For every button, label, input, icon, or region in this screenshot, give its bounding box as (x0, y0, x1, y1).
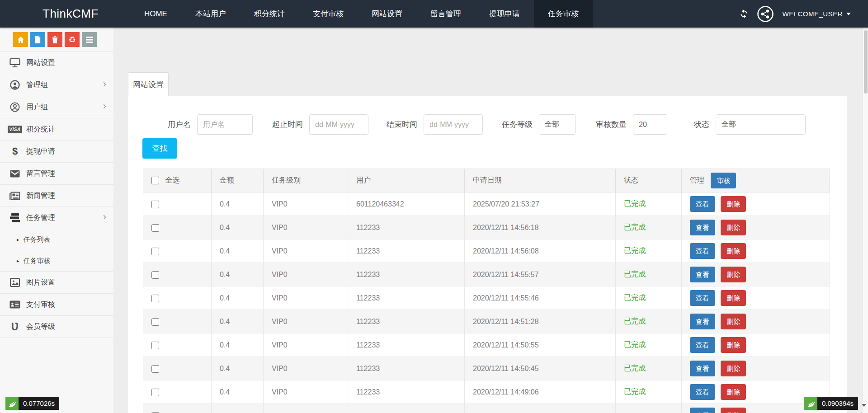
row-checkbox[interactable] (151, 271, 159, 279)
nav-item-task-audit[interactable]: 任务审核 (534, 0, 593, 28)
cell-amount: 0.4 (212, 216, 264, 239)
filter-audit-count: 审核数量 (596, 114, 667, 135)
view-button[interactable]: 查看 (690, 384, 715, 400)
sidebar-item-message-manage[interactable]: 留言管理 (0, 163, 113, 185)
view-button[interactable]: 查看 (690, 290, 715, 306)
user-circle-icon (8, 80, 22, 90)
delete-button[interactable]: 删除 (721, 361, 746, 376)
nav-item-payment-audit[interactable]: 支付审核 (299, 0, 358, 28)
filter-end-time: 结束时间 (387, 114, 483, 135)
delete-button[interactable]: 删除 (721, 290, 746, 306)
recycle-quick-button[interactable]: ♻ (65, 32, 80, 47)
nav-item-label: 提现申请 (489, 9, 520, 18)
refresh-icon[interactable] (739, 9, 749, 19)
nav-item-label: 本站用户 (195, 9, 226, 18)
sidebar-item-news-manage[interactable]: 新闻管理 (0, 185, 113, 207)
view-button[interactable]: 查看 (690, 361, 715, 376)
sidebar-item-label: 留言管理 (26, 169, 55, 178)
select-all-checkbox[interactable] (151, 177, 159, 184)
trash-quick-button[interactable] (47, 32, 62, 47)
username-input[interactable] (197, 114, 253, 135)
cell-level: VIP0 (264, 357, 348, 380)
sidebar-item-task-manage[interactable]: 任务管理 › (0, 207, 113, 229)
sidebar-item-withdraw-request[interactable]: $ 提现申请 (0, 141, 113, 163)
audit-count-input[interactable] (633, 114, 667, 135)
cell-manage: 查看 删除 (682, 263, 830, 286)
nav-item-site-settings[interactable]: 网站设置 (358, 0, 416, 28)
nav-item-points-stats[interactable]: 积分统计 (240, 0, 299, 28)
sidebar-item-task-audit[interactable]: ▸ 任务审核 (0, 250, 113, 272)
sidebar-item-label: 任务审核 (24, 257, 51, 265)
cell-level: VIP0 (264, 286, 348, 310)
row-checkbox[interactable] (151, 295, 159, 302)
row-checkbox[interactable] (151, 389, 159, 396)
task-level-select[interactable]: 全部 (539, 114, 576, 135)
filter-username: 用户名 (168, 114, 253, 135)
delete-button[interactable]: 删除 (721, 384, 746, 400)
search-button[interactable]: 查找 (142, 138, 177, 159)
row-checkbox[interactable] (151, 248, 159, 255)
header-user: 用户 (348, 169, 465, 192)
view-button[interactable]: 查看 (690, 196, 715, 212)
sidebar-item-member-level[interactable]: Ʋ 会员等级 (0, 316, 113, 338)
nav-item-home[interactable]: HOME (130, 0, 181, 28)
trace-toggle-caret-icon[interactable] (862, 404, 866, 407)
row-checkbox[interactable] (151, 201, 159, 208)
delete-button[interactable]: 删除 (721, 267, 746, 282)
tab-site-settings[interactable]: 网站设置 (128, 72, 169, 96)
welcome-user-dropdown[interactable]: WELCOME_USER (782, 10, 851, 18)
sidebar-item-image-settings[interactable]: 图片设置 (0, 272, 113, 294)
delete-button[interactable]: 删除 (721, 243, 746, 259)
list-quick-button[interactable] (82, 32, 97, 47)
view-button[interactable]: 查看 (690, 243, 715, 259)
start-time-input[interactable] (309, 114, 368, 135)
view-button[interactable]: 查看 (690, 220, 715, 235)
view-button[interactable]: 查看 (690, 408, 715, 413)
cell-level: VIP0 (264, 310, 348, 333)
view-button[interactable]: 查看 (690, 337, 715, 353)
nav-item-message-manage[interactable]: 留言管理 (416, 0, 475, 28)
avatar-share-nodes-icon[interactable] (757, 5, 774, 23)
cell-level: VIP0 (264, 239, 348, 263)
sidebar-item-label: 会员等级 (26, 322, 55, 332)
thinkphp-leaf-icon[interactable] (5, 397, 19, 410)
nav-item-withdraw-request[interactable]: 提现申请 (475, 0, 534, 28)
quick-buttons: ♻ (0, 28, 113, 52)
file-quick-button[interactable] (30, 32, 45, 47)
cell-status: 已完成 (616, 192, 682, 216)
nav-item-site-users[interactable]: 本站用户 (181, 0, 240, 28)
status-select[interactable]: 全部 (716, 114, 806, 135)
brand-logo[interactable]: ThinkCMF (42, 7, 99, 21)
vertical-scrollbar[interactable] (863, 28, 868, 413)
row-checkbox[interactable] (151, 224, 159, 232)
row-checkbox[interactable] (151, 365, 159, 373)
view-button[interactable]: 查看 (690, 267, 715, 282)
sidebar-item-site-settings[interactable]: 网站设置 (0, 52, 113, 74)
sidebar-item-payment-audit[interactable]: 支付审核 (0, 294, 113, 316)
sidebar-item-user-group[interactable]: 用户组 › (0, 96, 113, 118)
sidebar-item-points-stats[interactable]: VISA 积分统计 (0, 118, 113, 141)
navbar-right: WELCOME_USER (739, 5, 851, 23)
cell-manage: 查看 删除 (682, 286, 830, 310)
home-quick-button[interactable] (13, 32, 28, 47)
cell-checkbox (143, 310, 212, 333)
delete-button[interactable]: 删除 (721, 408, 746, 413)
sidebar-item-task-list[interactable]: ▸ 任务列表 (0, 229, 113, 250)
delete-button[interactable]: 删除 (721, 337, 746, 353)
audit-button[interactable]: 审核 (711, 173, 736, 188)
thinkphp-leaf-icon[interactable] (804, 397, 817, 410)
row-checkbox[interactable] (151, 342, 159, 349)
cell-amount: 0.4 (212, 192, 264, 216)
cell-date: 2020/12/11 14:51:28 (465, 310, 616, 333)
end-time-input[interactable] (424, 114, 483, 135)
delete-button[interactable]: 删除 (721, 220, 746, 235)
delete-button[interactable]: 删除 (721, 314, 746, 329)
cell-checkbox (143, 357, 212, 380)
sidebar-item-admin-group[interactable]: 管理组 › (0, 74, 113, 96)
delete-button[interactable]: 删除 (721, 196, 746, 212)
nav-item-label: 积分统计 (254, 9, 285, 18)
view-button[interactable]: 查看 (690, 314, 715, 329)
cell-status: 已完成 (616, 310, 682, 333)
row-checkbox[interactable] (151, 318, 159, 326)
scrollbar-thumb[interactable] (864, 30, 868, 94)
